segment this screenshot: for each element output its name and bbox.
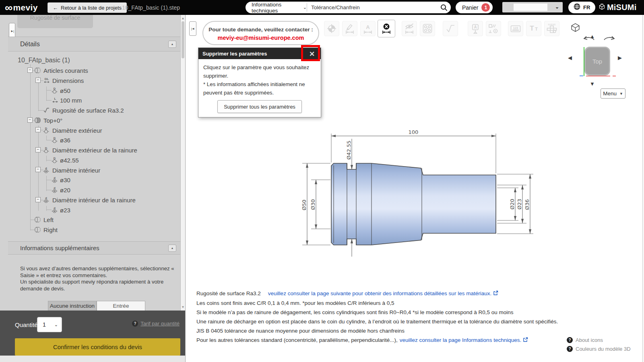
search-input[interactable] [307,4,437,10]
tree-item-label: Articles courants [43,67,88,74]
tree-item[interactable]: −DLDimensions [0,76,180,86]
svg-text:6VIEWS: 6VIEWS [548,23,556,26]
rotate-down-icon[interactable]: ▼ [590,81,595,87]
tree-collapse-icon[interactable]: − [35,78,41,83]
delete-all-parameters-button[interactable]: Supprimer tous les paramètres [217,100,302,113]
dim-label-bore-small: Ø20 [509,199,515,210]
locator-button[interactable] [324,21,339,36]
confirm-quote-button[interactable]: Confirmer les conditions du devis [15,338,180,356]
x-axis-dash [613,76,616,76]
six-views-button[interactable]: 6VIEWS [544,21,559,36]
rotate-right-icon[interactable] [603,33,617,43]
auto-dimension-button[interactable] [420,21,435,36]
tree-item[interactable]: Dø36 [0,135,180,145]
sidebar-scrollbar[interactable]: ▲ ▼ [180,15,185,311]
tree-item[interactable]: dø20 [0,185,180,195]
tree-collapse-icon[interactable]: − [35,197,41,202]
cart-button[interactable]: Panier 1 [456,2,493,13]
tree-item-label: Left [43,216,54,223]
tree-collapse-icon[interactable]: − [35,127,41,132]
tree-item[interactable]: Left [0,215,180,225]
view-menu-button[interactable]: Menu▼ [601,88,625,99]
back-to-projects-button[interactable]: ←Retour à la liste de projets [47,2,127,13]
dim-dl-icon: DL [43,77,51,84]
note-text: Pour les autres tolérances standard (con… [196,337,398,343]
language-button[interactable]: FR [568,2,595,13]
svg-text:123: 123 [513,26,518,30]
text-dimension-button[interactable]: A [360,21,376,36]
note-line: Rugosité de surface Ra3.2veuillez consul… [196,289,575,298]
user-account-select[interactable]: ⌄ [502,2,563,12]
tab-aucune-instruction[interactable]: Aucune instruction [48,301,97,311]
rotate-view-right-icon[interactable]: ▶ [618,55,622,61]
contact-email-link[interactable]: meviy-eu@misumi-europe.com [203,34,318,42]
tree-item[interactable]: −Top+0° [0,115,180,125]
delete-dimension-button[interactable] [378,20,395,37]
cylinder-icon [34,67,42,74]
tree-item[interactable]: dø23 [0,205,180,215]
collapse-sidebar-button[interactable]: |◄ [189,21,196,36]
quantity-select[interactable]: 1 ⌄ [37,317,62,332]
collapse-details-button[interactable]: ▲ [168,41,176,48]
svg-text:d: d [54,186,56,190]
search-icon[interactable] [437,2,451,13]
note-text: Les coins sont finis avec C/R 0,1 à 0,4 … [196,300,394,306]
dim-label-right-od: Ø36 [524,199,530,210]
note-link[interactable]: veuillez consulter la page Informations … [400,337,521,343]
datum-symbol-button[interactable]: A [468,21,483,36]
tree-item-label: Diamètre extérieur de la rainure [52,147,137,154]
close-icon[interactable]: ✕ [305,49,318,58]
help-icon: ? [567,337,573,343]
text-size-button[interactable]: TT [526,21,541,36]
scrollbar-thumb[interactable] [182,21,184,58]
tree-item[interactable]: L100 mm [0,95,180,105]
tree-item[interactable]: −DDiamètre extérieur de la rainure [0,145,180,155]
tree-item[interactable]: −dDiamètre intérieur [0,165,180,175]
dim-d-in-icon: d [43,167,50,174]
meviy-logo[interactable]: ∞meviy [5,0,38,15]
tree-item-label: Top+0° [43,117,62,123]
dim-d-in-icon: d [51,206,58,214]
parameters-sidebar: Rugosité de surface ►| Détails ▲ 10_FAtp… [0,15,185,362]
model-colors-link[interactable]: ? Couleurs du modèle 3D [567,346,631,352]
rotate-view-left-icon[interactable]: ◀ [568,55,572,61]
scroll-up-icon[interactable]: ▲ [181,16,185,20]
tab-entrée[interactable]: Entrée [97,301,145,311]
tree-item[interactable]: Rugosité de surface Ra3.2 [0,105,180,115]
about-icons-link[interactable]: ? About icons [567,337,603,343]
quantity-pricing-link[interactable]: ? Tarif par quantité [132,321,180,327]
parameter-tree: 10_FAtp_basic (1)−Articles courants−DLDi… [0,56,180,235]
geometric-tolerance-button[interactable] [486,21,501,36]
tree-item[interactable]: Dø42.55 [0,155,180,165]
note-line: Une rainure de décharge en option est pl… [196,317,575,326]
dim-d-in-icon: d [43,196,50,204]
tree-item[interactable]: dø30 [0,175,180,185]
tree-item[interactable]: −dDiamètre intérieur de la rainure [0,195,180,205]
edit-dimension-button[interactable] [342,21,357,36]
tree-item[interactable]: 10_FAtp_basic (1) [0,56,180,66]
scroll-down-icon[interactable]: ▼ [181,305,185,309]
chevron-down-icon: ⌄ [555,4,559,10]
tree-collapse-icon[interactable]: − [27,117,33,123]
isometric-view-icon[interactable] [570,23,580,34]
search-group: Informations techniques⌄ [246,2,451,13]
tree-item[interactable]: Right [0,225,180,235]
note-link[interactable]: veuillez consulter la page suivante pour… [268,290,491,296]
tree-collapse-icon[interactable]: − [35,167,41,172]
delete-parameters-popup: Supprimer les paramètres ✕ Cliquez sur l… [198,47,321,117]
rotate-up-icon[interactable]: ▲ [590,34,595,39]
tree-item[interactable]: Dø50 [0,85,180,95]
view-cube-top-face[interactable]: Top [584,47,610,76]
surface-roughness-button[interactable] [443,21,458,36]
tree-collapse-icon[interactable]: − [27,68,33,73]
technical-info-select[interactable]: Informations techniques⌄ [246,2,307,14]
dimension-value-format-button[interactable]: 123 [508,21,523,36]
additional-info-header: Informations supplémentaires ▲ [8,241,180,255]
collapse-additional-info-button[interactable]: ▲ [168,245,176,252]
hide-dimension-button[interactable] [402,21,417,36]
tree-item[interactable]: −DDiamètre extérieur [0,125,180,135]
tree-item-label: ø20 [60,187,70,193]
tree-item[interactable]: −Articles courants [0,66,180,76]
tree-collapse-icon[interactable]: − [35,147,41,152]
cart-count-badge: 1 [481,3,490,12]
